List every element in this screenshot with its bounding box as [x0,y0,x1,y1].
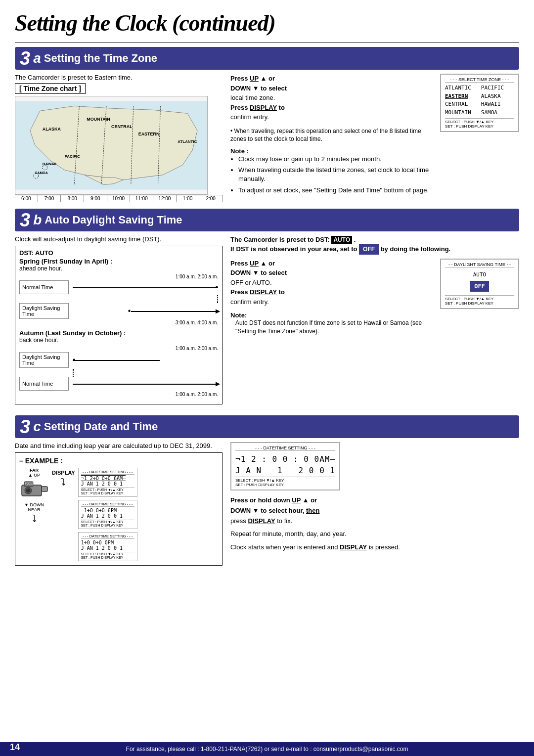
section-3a-intro: The Camcorder is preset to Eastern time. [15,74,222,81]
section-3b-right: The Camcorder is preset to DST: AUTO . I… [230,235,519,408]
section-3b-intro: Clock will auto-adjust to daylight savin… [15,235,222,243]
svg-text:EASTERN: EASTERN [138,132,160,136]
dst-label-2: Daylight Saving Time [19,352,69,368]
datetime-screen-line1: ¬1 2 : 0 0 : 0 0AM– [235,452,335,466]
press-up-label: Press UP ▲ or [230,75,275,82]
screen-line-4: MOUNTAIN SAMOA [445,109,514,117]
solid-line-2 [73,384,218,385]
section-3c-intro: Date and time including leap year are ca… [15,442,222,449]
datetime-screen: - - - DATE/TIME SETTING - - - ¬1 2 : 0 0… [230,442,340,490]
example-box: – EXAMPLE : FAR ▲ UP [15,452,222,566]
press-block-3a: Press UP ▲ or DOWN ▼ to select local tim… [230,74,430,122]
footer-text: For assistance, please call : 1-800-211-… [126,746,408,753]
svg-text:HAWAII: HAWAII [43,162,56,166]
svg-rect-17 [42,487,47,491]
note-item-2: When traveling outside the listed time z… [238,166,430,183]
repeat-text: Repeat for minute, month, day, and year. [230,529,519,539]
section-3b-content: Clock will auto-adjust to daylight savin… [15,235,519,408]
section-3a: 3 a Setting the Time Zone The Camcorder … [15,47,519,202]
example-screens: - - - DATE/TIME SETTING - - - ¬1 2÷0 0÷0… [78,468,137,561]
dst-screen-content: AUTO OFF [445,269,514,294]
section-3c-letter: c [33,419,41,435]
normal-time-label: Normal Time [19,280,69,294]
screen1-line1: ¬1 2÷0 0÷0 6AM– [81,476,134,481]
section-3c-instructions: Press or hold down UP ▲ or DOWN ▼ to sel… [230,495,519,553]
svg-text:ATLANTIC: ATLANTIC [178,139,197,144]
section-3c: 3 c Setting Date and Time Date and time … [15,415,519,566]
section-3a-letter: a [33,50,41,66]
page-number: 14 [10,742,20,753]
screen-line-2: EASTERN ALASKA [445,92,514,101]
section-3a-header: 3 a Setting the Time Zone [15,47,519,70]
autumn-times-top: 1:00 a.m. 2:00 a.m. [19,346,218,351]
section-3a-title: Setting the Time Zone [44,52,157,65]
section-3a-content: The Camcorder is preset to Eastern time.… [15,74,519,202]
page: Setting the Clock (continued) 3 a Settin… [0,0,534,756]
normal-time-arrow: • [73,280,218,294]
normal-time-arrow-2: ▶ [73,377,218,391]
spring-diagram: 1:00 a.m. 2:00 a.m. Normal Time • [19,274,218,325]
timeline-900: 9:00 [84,195,107,202]
section-3a-left: The Camcorder is preset to Eastern time.… [15,74,222,202]
example-screen-1: - - - DATE/TIME SETTING - - - ¬1 2÷0 0÷0… [78,468,137,497]
screen2-footer: SELECT : PUSH ▼/▲ KEY SET : PUSH DISPLAY… [81,520,134,527]
timeline-600: 6:00 [15,195,38,202]
dst-time-row: Daylight Saving Time • ▶ [19,303,218,319]
autumn-sub: back one hour. [19,337,218,344]
press-display-3a: Press DISPLAY to [230,104,285,111]
screen-line-1: ATLANTIC PACIFIC [445,84,514,92]
example-content: FAR ▲ UP FOCUS ▼ DOWN [19,468,218,561]
note-text-3b: Auto DST does not function if time zone … [230,319,430,336]
vertical-dots-spring [73,295,218,303]
map-svg: ALASKA MOUNTAIN CENTRAL EASTERN HAWAII P… [15,96,207,194]
section-3b: 3 b Auto Daylight Saving Time Clock will… [15,209,519,408]
bullet-3a: • When traveling, repeat this operation … [230,127,430,144]
notes-list-3a: Clock may lose or gain up to 2 minutes p… [230,155,430,195]
section-3c-number: 3 [20,417,30,436]
dst-time-row-2: Daylight Saving Time • [19,352,218,368]
dst-box: DST: AUTO Spring (First Sunday in April)… [15,246,222,404]
preset-text: The Camcorder is preset to DST: AUTO . I… [230,235,519,255]
timeline-1200: 12:00 [153,195,177,202]
dst-label: Daylight Saving Time [19,303,69,319]
map-timeline: 6:00 7:00 8:00 9:00 10:00 11:00 12:00 1:… [15,195,222,202]
screen1-footer: SELECT : PUSH ▼/▲ KEY SET : PUSH DISPLAY… [81,488,134,495]
section-3b-instructions: Press UP ▲ or DOWN ▼ to select OFF or AU… [230,259,430,336]
dst-screen-title: - - DAYLIGHT SAVING TIME - - [445,262,514,267]
off-or-auto: OFF or AUTO. [230,278,430,288]
screen-footer-3a: SELECT : PUSH ▼/▲ KEY SET : PUSH DISPLAY… [445,118,514,129]
timeline-1000: 10:00 [107,195,131,202]
timeline-800: 8:00 [61,195,84,202]
screen-auto-label: AUTO [445,271,514,279]
page-footer: 14 For assistance, please call : 1-800-2… [0,742,534,756]
timeline-100: 1:00 [177,195,200,202]
screen3-line1: 1÷0 0÷0 0PM [81,540,134,545]
screen1-line2: J AN 1 2 0 0 1 [81,481,134,487]
autumn-title: Autumn (Last Sunday in October) : [19,329,218,337]
normal-time-row-2: Normal Time ▶ [19,377,218,391]
dst-arrow: • ▶ [73,304,218,318]
note-title-3b: Note: [230,311,430,319]
screen-title-3a: - - - SELECT TIME ZONE - - - [445,77,514,83]
map-container: ALASKA MOUNTAIN CENTRAL EASTERN HAWAII P… [15,96,208,195]
press-text: Press or hold down UP ▲ or [230,495,519,506]
section-3b-left: Clock will auto-adjust to daylight savin… [15,235,222,408]
dst-arrow-2: • [73,353,218,367]
svg-text:PACIFIC: PACIFIC [64,154,80,159]
svg-text:SAMOA: SAMOA [35,171,48,175]
note-block-3a: Note : Clock may lose or gain up to 2 mi… [230,147,430,195]
section-3c-header: 3 c Setting Date and Time [15,415,519,438]
spring-times-top: 1:00 a.m. 2:00 a.m. [19,274,218,279]
example-screen-2: - - - DATE/TIME SETTING - - - –1÷0 0÷0 6… [78,500,137,529]
confirm-3b: confirm entry. [230,297,430,307]
note-title-3a: Note : [230,147,430,155]
screen-content-3a: ATLANTIC PACIFIC EASTERN ALASKA CENTRAL … [445,84,514,117]
local-time-text: local time zone. [230,93,430,103]
screen-line-3: CENTRAL HAWAII [445,100,514,109]
solid-line-1 [73,287,218,288]
svg-text:MOUNTAIN: MOUNTAIN [87,117,110,122]
normal-time-label-2: Normal Time [19,377,69,391]
svg-text:CENTRAL: CENTRAL [111,124,133,129]
section-3a-number: 3 [20,49,30,68]
timeline-1100: 11:00 [130,195,153,202]
